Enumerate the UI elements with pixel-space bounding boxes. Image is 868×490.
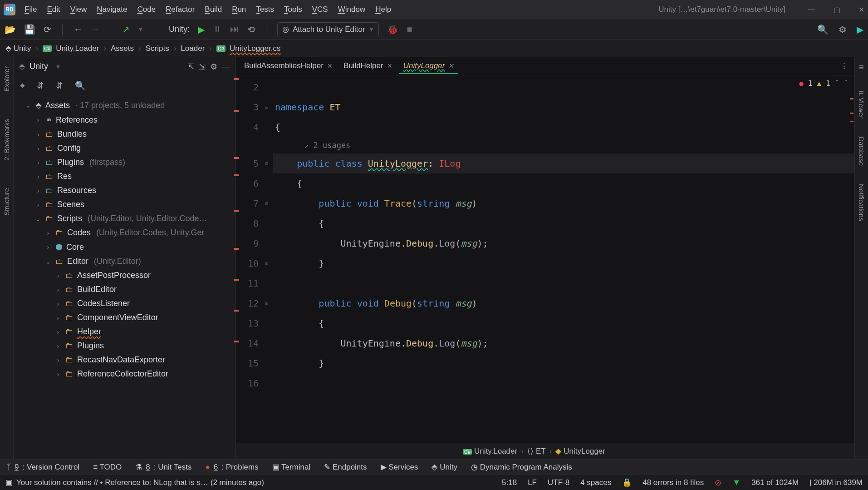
bottom-problems[interactable]: ● 6: Problems [206, 463, 259, 472]
tree-scripts[interactable]: ⌄🗀 Scripts(Unity.Editor, Unity.Editor.Co… [14, 212, 235, 226]
stop-icon[interactable]: ■ [407, 24, 412, 35]
minimize-icon[interactable]: — [808, 5, 815, 14]
bot-bc-unitylogger[interactable]: ◆UnityLogger [555, 446, 605, 456]
indent[interactable]: 4 spaces [580, 478, 611, 487]
menu-code[interactable]: Code [137, 5, 156, 14]
collapse-icon[interactable]: ⇱ [187, 62, 194, 72]
tree-core[interactable]: ›⬢ Core [14, 240, 235, 254]
tree-config[interactable]: ›🗀 Config [14, 141, 235, 155]
encoding[interactable]: UTF-8 [548, 478, 569, 487]
search-icon[interactable]: 🔍 [817, 24, 829, 35]
attach-process-icon[interactable]: ⟲ [247, 24, 255, 35]
tree-assets[interactable]: ⌄⬘ Assets· 17 projects, 5 unloaded [14, 98, 235, 113]
bottom-services[interactable]: ▶ Services [381, 462, 418, 472]
menu-vcs[interactable]: VCS [312, 5, 328, 14]
menu-build[interactable]: Build [205, 5, 222, 14]
save-icon[interactable]: 💾 [24, 24, 35, 35]
step-icon[interactable]: ⏭ [230, 24, 239, 35]
bottom-endpoints[interactable]: ✎ Endpoints [324, 462, 367, 472]
pause-icon[interactable]: ⏸ [213, 24, 222, 35]
left-tool-explorer[interactable]: Explorer [3, 66, 10, 92]
close-tab-icon[interactable]: ✕ [327, 62, 333, 69]
run-icon[interactable]: ▶ [198, 24, 205, 35]
close-tab-icon[interactable]: ✕ [387, 62, 392, 69]
tree-scenes[interactable]: ›🗀 Scenes [14, 198, 235, 212]
locate-icon[interactable]: ⌖ [20, 81, 25, 91]
tree-resources[interactable]: ›🗀 Resources [14, 183, 235, 198]
tree-codes[interactable]: ›🗀 Codes(Unity.Editor.Codes, Unity.Ger [14, 226, 235, 240]
tree-editor[interactable]: ⌄🗀 Editor(Unity.Editor) [14, 254, 235, 268]
menu-navigate[interactable]: Navigate [97, 5, 127, 14]
tree-references[interactable]: ›⚭ References [14, 113, 235, 127]
bottom-version-control[interactable]: ᛉ 9: Version Control [6, 463, 79, 472]
sidebar-settings-icon[interactable]: ⚙ [210, 62, 217, 72]
tab-buildhelper[interactable]: BuildHelper✕ [339, 59, 397, 74]
tree-codeslistener[interactable]: ›🗀 CodesListener [14, 297, 235, 311]
menu-tests[interactable]: Tests [256, 5, 274, 14]
cursor-position[interactable]: 5:18 [502, 478, 517, 487]
errors-summary[interactable]: 48 errors in 8 files [642, 478, 704, 487]
tree-buildeditor[interactable]: ›🗀 BuildEditor [14, 282, 235, 297]
menu-window[interactable]: Window [338, 5, 365, 14]
bot-bc-unity.loader[interactable]: C#Unity.Loader [463, 447, 517, 456]
menu-edit[interactable]: Edit [47, 5, 60, 14]
sort-icon[interactable]: ⇵ [37, 80, 44, 91]
bottom-dynamic-program-analysis[interactable]: ◷ Dynamic Program Analysis [471, 462, 572, 472]
menu-run[interactable]: Run [232, 5, 246, 14]
shield-icon[interactable]: ▶ [857, 24, 863, 35]
tree-plugins[interactable]: ›🗀 Plugins(firstpass) [14, 155, 235, 169]
settings-icon[interactable]: ⚙ [839, 24, 847, 35]
tree-componentvieweditor[interactable]: ›🗀 ComponentViewEditor [14, 311, 235, 325]
expand-icon[interactable]: ⇲ [199, 62, 206, 72]
hammer-dropdown-icon[interactable]: ▼ [138, 26, 143, 33]
sidebar-search-icon[interactable]: 🔍 [75, 80, 86, 91]
breadcrumb-loader[interactable]: Loader [181, 44, 205, 53]
project-name[interactable]: Unity [29, 62, 48, 71]
menu-view[interactable]: View [70, 5, 87, 14]
tabs-menu-icon[interactable]: ⋮ [840, 61, 854, 71]
bottom-todo[interactable]: ≡ TODO [93, 463, 122, 472]
usages-hint[interactable]: ↗ 2 usages [273, 137, 854, 153]
menu-help[interactable]: Help [375, 5, 391, 14]
lock-icon[interactable]: 🔒 [622, 478, 632, 487]
forward-icon[interactable]: → [91, 24, 100, 35]
highlight-icon[interactable]: ▼ [732, 478, 740, 487]
close-icon[interactable]: ✕ [858, 5, 864, 14]
memory2[interactable]: | 206M in 639M [809, 478, 863, 487]
left-tool-2-bookmarks[interactable]: 2: Bookmarks [3, 119, 10, 161]
chevron-down-icon[interactable]: ▼ [55, 64, 61, 70]
menu-file[interactable]: File [25, 5, 37, 14]
sort2-icon[interactable]: ⇵ [56, 80, 63, 91]
breadcrumb-unity[interactable]: ⬘ Unity [5, 44, 31, 53]
tree-bundles[interactable]: ›🗀 Bundles [14, 127, 235, 141]
line-separator[interactable]: LF [528, 478, 537, 487]
right-tool-notifications[interactable]: Notifications [858, 184, 865, 221]
breadcrumb-scripts[interactable]: Scripts [146, 44, 169, 53]
tab-buildassemblieshelper[interactable]: BuildAssembliesHelper✕ [240, 59, 337, 74]
menu-refactor[interactable]: Refactor [166, 5, 195, 14]
memory1[interactable]: 361 of 1024M [751, 478, 799, 487]
open-icon[interactable]: 📂 [5, 24, 16, 35]
tree-assetpostprocessor[interactable]: ›🗀 AssetPostProcessor [14, 268, 235, 282]
tree-helper[interactable]: ›🗀 Helper [14, 325, 235, 339]
tree-recastnavdataexporter[interactable]: ›🗀 RecastNavDataExporter [14, 353, 235, 367]
menu-tools[interactable]: Tools [284, 5, 302, 14]
bottom-unity[interactable]: ⬘ Unity [432, 462, 457, 472]
up-icon[interactable]: ˆ [835, 79, 839, 88]
right-tool-database[interactable]: Database [858, 137, 865, 166]
warning-indicator-icon[interactable]: ▲ [817, 79, 821, 88]
tree-referencecollectoreditor[interactable]: ›🗀 ReferenceCollectorEditor [14, 367, 235, 381]
tree-plugins[interactable]: ›🗀 Plugins [14, 339, 235, 353]
debug-icon[interactable]: 🐞 [387, 24, 398, 35]
tab-unitylogger[interactable]: UnityLogger✕ [399, 59, 459, 74]
right-tool-il-viewer[interactable]: IL Viewer [858, 90, 865, 119]
bottom-terminal[interactable]: ▣ Terminal [272, 462, 311, 472]
close-tab-icon[interactable]: ✕ [448, 62, 454, 69]
hammer-icon[interactable]: ↗ [122, 24, 130, 35]
tree-res[interactable]: ›🗀 Res [14, 169, 235, 183]
attach-target-combo[interactable]: ◎ Attach to Unity Editor ▼ [277, 22, 379, 36]
down-icon[interactable]: ˇ [843, 79, 848, 88]
refresh-icon[interactable]: ⟳ [44, 24, 51, 35]
bottom-unit-tests[interactable]: ⚗ 8: Unit Tests [135, 462, 191, 472]
breadcrumb-unitylogger-cs[interactable]: C#UnityLogger.cs [216, 44, 281, 53]
